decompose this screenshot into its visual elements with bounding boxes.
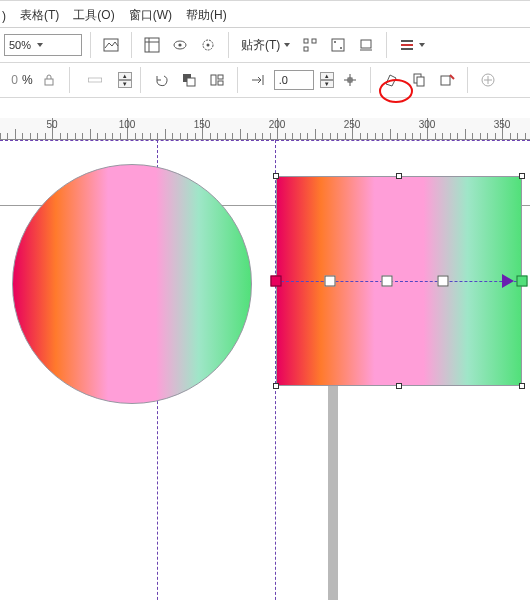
svg-point-7	[207, 44, 210, 47]
svg-rect-9	[312, 39, 316, 43]
up-arrow-icon[interactable]: ▲	[320, 72, 334, 80]
percent-label: %	[22, 73, 33, 87]
add-button[interactable]	[476, 68, 500, 92]
lock-button[interactable]	[37, 68, 61, 92]
copy-properties-button[interactable]	[407, 68, 431, 92]
gradient-axis[interactable]	[276, 281, 522, 282]
show-hide-button[interactable]	[168, 33, 192, 57]
value-spinner[interactable]: ▲ ▼	[320, 72, 334, 88]
selection-handle[interactable]	[519, 173, 525, 179]
width-field-button[interactable]	[78, 68, 112, 92]
svg-rect-1	[145, 38, 159, 52]
svg-point-13	[340, 47, 342, 49]
gradient-node[interactable]	[381, 276, 392, 287]
chevron-down-icon	[284, 43, 290, 47]
svg-rect-11	[332, 39, 344, 51]
horizontal-ruler[interactable]: 50100150200250300350	[0, 118, 530, 140]
snap-dropdown[interactable]: 贴齐(T)	[237, 33, 294, 57]
svg-rect-20	[88, 78, 101, 82]
snap-baseline-button[interactable]	[354, 33, 378, 57]
gradient-arrow-icon[interactable]	[502, 274, 514, 288]
gradient-node[interactable]	[438, 276, 449, 287]
arrow-in-icon[interactable]	[246, 68, 270, 92]
width-spinner[interactable]: ▲ ▼	[118, 72, 132, 88]
undo-button[interactable]	[149, 68, 173, 92]
image-placeholder-button[interactable]	[99, 33, 123, 57]
value-field[interactable]: .0	[274, 70, 314, 90]
gradient-node[interactable]	[325, 276, 336, 287]
menu-bar: ) 表格(T) 工具(O) 窗口(W) 帮助(H)	[0, 4, 530, 28]
guides-button[interactable]	[140, 33, 164, 57]
chevron-down-icon	[37, 43, 43, 47]
svg-point-5	[178, 43, 181, 46]
gradient-circle-shape[interactable]	[12, 164, 252, 404]
down-arrow-icon[interactable]: ▼	[118, 80, 132, 88]
up-arrow-icon[interactable]: ▲	[118, 72, 132, 80]
svg-rect-8	[304, 39, 308, 43]
chevron-down-icon	[419, 43, 425, 47]
zoom-value: 50%	[9, 39, 31, 51]
svg-rect-16	[401, 40, 413, 42]
toolbar-row-2: 0 % ▲ ▼ .0 ▲ ▼	[0, 63, 530, 98]
snap-label: 贴齐(T)	[241, 37, 280, 54]
gradient-node-start[interactable]	[271, 276, 282, 287]
target-button[interactable]	[196, 33, 220, 57]
gradient-node-end[interactable]	[517, 276, 528, 287]
free-transform-button[interactable]	[379, 68, 403, 92]
zoom-combo[interactable]: 50%	[4, 34, 82, 56]
menu-table[interactable]: 表格(T)	[20, 7, 59, 24]
svg-rect-17	[401, 44, 413, 46]
menu-window[interactable]: 窗口(W)	[129, 7, 172, 24]
menu-help[interactable]: 帮助(H)	[186, 7, 227, 24]
selection-handle[interactable]	[396, 173, 402, 179]
selection-handle[interactable]	[519, 383, 525, 389]
canvas[interactable]	[0, 140, 530, 600]
clear-transform-button[interactable]	[435, 68, 459, 92]
svg-point-12	[334, 41, 336, 43]
horizontal-guide[interactable]	[0, 140, 530, 141]
object-stem	[328, 386, 338, 600]
selection-handle[interactable]	[273, 383, 279, 389]
svg-rect-32	[417, 77, 424, 86]
snap-grid-button[interactable]	[298, 33, 322, 57]
svg-rect-33	[441, 76, 450, 85]
center-cross-button[interactable]	[338, 68, 362, 92]
selection-handle[interactable]	[396, 383, 402, 389]
svg-rect-15	[361, 40, 371, 48]
svg-rect-10	[304, 47, 308, 51]
svg-rect-19	[45, 79, 53, 85]
selection-handle[interactable]	[273, 173, 279, 179]
menu-partial[interactable]: )	[2, 9, 6, 23]
svg-rect-18	[401, 48, 413, 50]
mask-button[interactable]	[177, 68, 201, 92]
svg-rect-22	[187, 78, 195, 86]
percent-readout: 0	[4, 73, 18, 87]
svg-rect-23	[211, 75, 216, 85]
svg-rect-24	[218, 75, 223, 79]
options-dropdown[interactable]	[395, 33, 429, 57]
toolbar-row-1: 50% 贴齐(T)	[0, 28, 530, 63]
snap-object-button[interactable]	[326, 33, 350, 57]
wrap-button[interactable]	[205, 68, 229, 92]
svg-rect-25	[218, 81, 223, 85]
menu-tools[interactable]: 工具(O)	[73, 7, 114, 24]
down-arrow-icon[interactable]: ▼	[320, 80, 334, 88]
